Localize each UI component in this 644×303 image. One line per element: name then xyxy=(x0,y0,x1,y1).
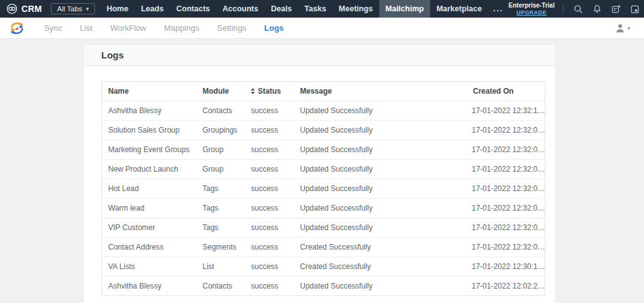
log-status: success xyxy=(245,145,294,154)
logs-panel: Logs Name Module Status Message Created … xyxy=(83,44,556,303)
integration-tabs: Sync List WorkFlow Mappings Settings Log… xyxy=(36,23,291,33)
plan-info: Enterprise-Trial UPGRADE xyxy=(509,2,555,16)
log-created-on: 17-01-2022 12:32:09 pm xyxy=(467,126,546,135)
search-button[interactable] xyxy=(574,4,584,14)
search-icon xyxy=(574,4,583,14)
log-created-on: 17-01-2022 12:32:12 pm xyxy=(467,106,546,115)
log-status: success xyxy=(245,184,294,193)
log-message: Updated Successfully xyxy=(294,184,467,193)
column-header-module[interactable]: Module xyxy=(196,87,245,96)
app-window: CRM All Tabs ▾ Home Leads Contacts Accou… xyxy=(0,0,644,303)
upgrade-link[interactable]: UPGRADE xyxy=(509,9,555,16)
tab-workflow[interactable]: WorkFlow xyxy=(103,23,154,33)
table-row[interactable]: Marketing Event Groups Group success Upd… xyxy=(102,140,545,159)
person-icon xyxy=(615,23,625,33)
log-status: success xyxy=(245,282,294,290)
log-name: Marketing Event Groups xyxy=(102,145,196,154)
log-message: Updated Successfully xyxy=(294,165,467,174)
log-status: success xyxy=(245,243,294,251)
log-created-on: 17-01-2022 12:02:29 pm xyxy=(467,282,546,290)
table-row[interactable]: Ashvitha Blessy Contacts success Updated… xyxy=(102,276,545,295)
log-name: Ashvitha Blessy xyxy=(102,282,196,290)
tab-logs[interactable]: Logs xyxy=(257,23,291,33)
log-created-on: 17-01-2022 12:32:09 pm xyxy=(467,145,546,154)
table-row[interactable]: Contact Address Segments success Created… xyxy=(102,237,545,256)
table-row[interactable]: Ashvitha Blessy Contacts success Updated… xyxy=(102,101,545,120)
tab-settings[interactable]: Settings xyxy=(209,23,254,33)
table-row[interactable]: VIP Customer Tags success Updated Succes… xyxy=(102,218,545,237)
log-module: Segments xyxy=(196,243,245,251)
log-module: Contacts xyxy=(196,282,245,290)
column-header-created-on[interactable]: Created On xyxy=(467,87,546,96)
table-row[interactable]: New Product Launch Group success Updated… xyxy=(102,159,545,179)
table-row[interactable]: Warm lead Tags success Updated Successfu… xyxy=(102,198,545,218)
log-created-on: 17-01-2022 12:32:09 pm xyxy=(467,165,546,174)
log-name: Contact Address xyxy=(102,243,196,251)
tab-sync[interactable]: Sync xyxy=(36,23,70,33)
log-name: Warm lead xyxy=(102,204,196,212)
log-message: Created Successfully xyxy=(294,262,467,271)
all-tabs-dropdown[interactable]: All Tabs ▾ xyxy=(51,3,96,14)
more-menu-button[interactable]: ... xyxy=(488,0,508,18)
log-name: VIP Customer xyxy=(102,223,196,232)
compose-icon xyxy=(611,4,621,14)
column-header-name[interactable]: Name xyxy=(102,87,196,96)
log-status: success xyxy=(245,262,294,271)
log-name: New Product Launch xyxy=(102,165,196,174)
sync-app-logo-icon xyxy=(9,21,25,36)
nav-item-deals[interactable]: Deals xyxy=(265,0,298,18)
log-message: Updated Successfully xyxy=(294,106,467,115)
log-module: Contacts xyxy=(196,106,245,115)
nav-item-marketplace[interactable]: Marketplace xyxy=(430,0,488,18)
tab-mappings[interactable]: Mappings xyxy=(157,23,207,33)
nav-item-contacts[interactable]: Contacts xyxy=(170,0,216,18)
calendar-panel-button[interactable] xyxy=(630,4,640,14)
log-message: Updated Successfully xyxy=(294,204,467,212)
logs-table: Name Module Status Message Created On As… xyxy=(101,81,545,296)
log-message: Created Successfully xyxy=(294,243,467,251)
log-message: Updated Successfully xyxy=(294,145,467,154)
user-menu-button[interactable]: ▾ xyxy=(615,23,644,33)
nav-item-leads[interactable]: Leads xyxy=(135,0,170,18)
table-header-row: Name Module Status Message Created On xyxy=(102,82,545,101)
log-module: Tags xyxy=(196,223,245,232)
nav-item-tasks[interactable]: Tasks xyxy=(298,0,333,18)
table-row[interactable]: VA Lists List success Created Successful… xyxy=(102,256,545,276)
nav-item-accounts[interactable]: Accounts xyxy=(216,0,265,18)
brand-name: CRM xyxy=(21,4,42,14)
log-created-on: 17-01-2022 12:32:09 pm xyxy=(467,204,546,212)
log-status: success xyxy=(245,106,294,115)
notifications-button[interactable] xyxy=(592,4,602,14)
log-created-on: 17-01-2022 12:32:09 pm xyxy=(467,223,546,232)
crm-logo-icon xyxy=(6,3,18,14)
log-name: VA Lists xyxy=(102,262,196,271)
chevron-down-icon: ▾ xyxy=(86,6,89,12)
log-message: Updated Successfully xyxy=(294,126,467,135)
status-header-label: Status xyxy=(258,87,281,96)
column-header-message[interactable]: Message xyxy=(294,87,467,96)
tab-list[interactable]: List xyxy=(72,23,100,33)
nav-item-mailchimp[interactable]: Mailchimp xyxy=(379,0,430,18)
table-row[interactable]: Solution Sales Group Groupings success U… xyxy=(102,120,545,140)
log-name: Ashvitha Blessy xyxy=(102,106,196,115)
log-message: Updated Successfully xyxy=(294,223,467,232)
compose-button[interactable] xyxy=(611,4,621,14)
bell-icon xyxy=(592,4,602,14)
log-module: List xyxy=(196,262,245,271)
log-module: Groupings xyxy=(196,126,245,135)
table-row[interactable]: Hot Lead Tags success Updated Successful… xyxy=(102,179,545,198)
nav-item-home[interactable]: Home xyxy=(100,0,135,18)
log-module: Group xyxy=(196,165,245,174)
all-tabs-label: All Tabs xyxy=(57,5,82,13)
nav-item-meetings[interactable]: Meetings xyxy=(333,0,379,18)
chevron-down-icon: ▾ xyxy=(627,25,630,31)
page-title: Logs xyxy=(101,50,124,60)
sort-icon[interactable] xyxy=(251,88,255,94)
plan-label: Enterprise-Trial xyxy=(509,2,555,9)
log-created-on: 17-01-2022 12:32:09 pm xyxy=(467,243,546,251)
divider xyxy=(563,4,564,14)
log-name: Hot Lead xyxy=(102,184,196,193)
mailchimp-toolbar: Sync List WorkFlow Mappings Settings Log… xyxy=(0,18,644,39)
topbar: CRM All Tabs ▾ Home Leads Contacts Accou… xyxy=(0,0,644,18)
column-header-status[interactable]: Status xyxy=(245,87,294,96)
